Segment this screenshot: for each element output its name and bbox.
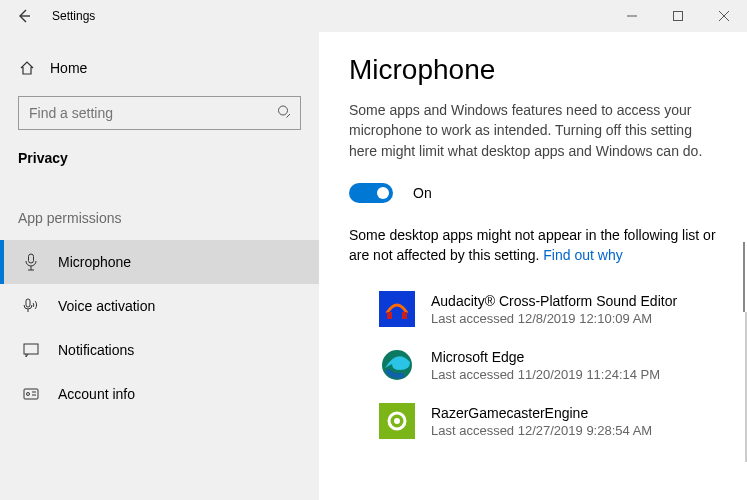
sidebar-item-microphone[interactable]: Microphone bbox=[0, 240, 319, 284]
svg-rect-9 bbox=[24, 344, 38, 354]
home-nav[interactable]: Home bbox=[0, 52, 319, 84]
svg-point-5 bbox=[279, 106, 288, 115]
voice-icon bbox=[22, 298, 40, 314]
sub-description-text: Some desktop apps might not appear in th… bbox=[349, 227, 716, 263]
window-title: Settings bbox=[52, 9, 95, 23]
account-icon bbox=[22, 386, 40, 402]
page-description: Some apps and Windows features need to a… bbox=[349, 100, 721, 161]
maximize-icon bbox=[673, 11, 683, 21]
sub-description: Some desktop apps might not appear in th… bbox=[349, 225, 721, 266]
back-button[interactable] bbox=[8, 0, 40, 32]
sidebar-item-voice-activation[interactable]: Voice activation bbox=[0, 284, 319, 328]
microphone-toggle[interactable] bbox=[349, 183, 393, 203]
app-row: RazerGamecasterEngine Last accessed 12/2… bbox=[349, 393, 721, 449]
home-label: Home bbox=[50, 60, 87, 76]
section-label: App permissions bbox=[0, 184, 319, 240]
sidebar-item-label: Notifications bbox=[58, 342, 134, 358]
search-icon bbox=[277, 105, 291, 122]
svg-rect-8 bbox=[26, 299, 30, 307]
toggle-knob bbox=[377, 187, 389, 199]
svg-line-6 bbox=[287, 114, 291, 118]
back-arrow-icon bbox=[16, 8, 32, 24]
app-row: Audacity® Cross-Platform Sound Editor La… bbox=[349, 281, 721, 337]
content-pane: Microphone Some apps and Windows feature… bbox=[319, 32, 747, 500]
svg-point-18 bbox=[394, 418, 400, 424]
app-name: Microsoft Edge bbox=[431, 349, 660, 365]
sidebar-item-label: Account info bbox=[58, 386, 135, 402]
sidebar-item-account-info[interactable]: Account info bbox=[0, 372, 319, 416]
svg-rect-15 bbox=[402, 312, 407, 319]
svg-point-11 bbox=[27, 393, 30, 396]
page-category: Privacy bbox=[0, 144, 319, 184]
sidebar-item-label: Voice activation bbox=[58, 298, 155, 314]
minimize-icon bbox=[627, 11, 637, 21]
close-icon bbox=[719, 11, 729, 21]
minimize-button[interactable] bbox=[609, 0, 655, 32]
app-last-accessed: Last accessed 11/20/2019 11:24:14 PM bbox=[431, 367, 660, 382]
maximize-button[interactable] bbox=[655, 0, 701, 32]
search-input[interactable] bbox=[18, 96, 301, 130]
app-last-accessed: Last accessed 12/8/2019 12:10:09 AM bbox=[431, 311, 677, 326]
close-button[interactable] bbox=[701, 0, 747, 32]
find-out-why-link[interactable]: Find out why bbox=[543, 247, 622, 263]
svg-rect-2 bbox=[674, 12, 683, 21]
edge-icon bbox=[379, 347, 415, 383]
svg-rect-14 bbox=[387, 312, 392, 319]
home-icon bbox=[18, 60, 36, 76]
notifications-icon bbox=[22, 342, 40, 358]
sidebar-item-label: Microphone bbox=[58, 254, 131, 270]
app-last-accessed: Last accessed 12/27/2019 9:28:54 AM bbox=[431, 423, 652, 438]
sidebar: Home Privacy App permissions Microphone bbox=[0, 32, 319, 500]
scroll-indicator[interactable] bbox=[743, 242, 745, 312]
app-row: Microsoft Edge Last accessed 11/20/2019 … bbox=[349, 337, 721, 393]
app-name: Audacity® Cross-Platform Sound Editor bbox=[431, 293, 677, 309]
page-title: Microphone bbox=[349, 54, 721, 86]
microphone-icon bbox=[22, 253, 40, 271]
app-name: RazerGamecasterEngine bbox=[431, 405, 652, 421]
titlebar: Settings bbox=[0, 0, 747, 32]
sidebar-item-notifications[interactable]: Notifications bbox=[0, 328, 319, 372]
audacity-icon bbox=[379, 291, 415, 327]
toggle-state-label: On bbox=[413, 185, 432, 201]
razer-icon bbox=[379, 403, 415, 439]
svg-rect-7 bbox=[29, 254, 34, 263]
